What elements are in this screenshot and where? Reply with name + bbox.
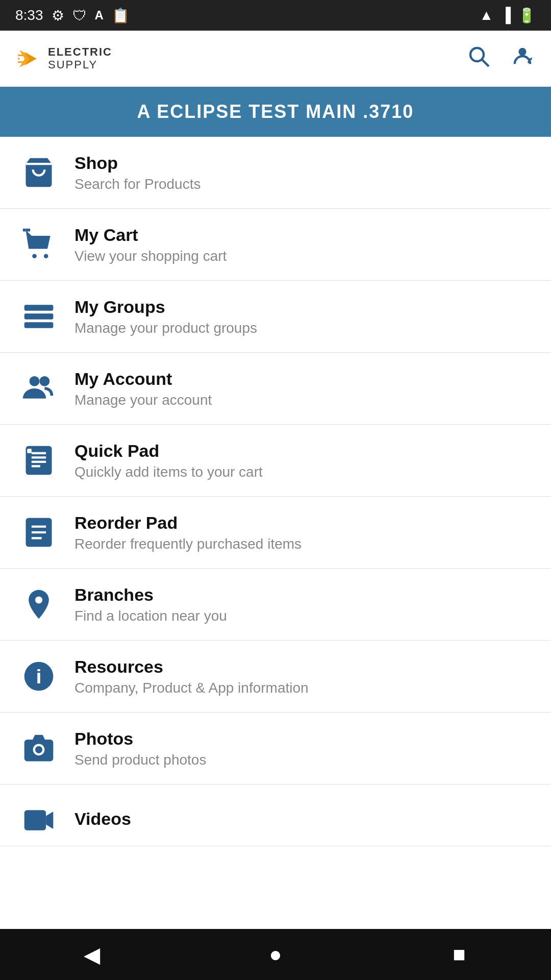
menu-text-quick-pad: Quick Pad Quickly add items to your cart: [74, 441, 263, 480]
menu-subtitle-my-groups: Manage your product groups: [74, 320, 257, 336]
banner-text: A ECLIPSE TEST MAIN .3710: [137, 101, 414, 122]
menu-item-my-cart[interactable]: My Cart View your shopping cart: [0, 209, 551, 281]
menu-text-shop: Shop Search for Products: [74, 153, 201, 192]
nav-home-button[interactable]: ●: [255, 934, 296, 975]
quick-pad-icon: [18, 440, 59, 481]
menu-title-photos: Photos: [74, 729, 206, 749]
app-header: ELECTRIC SUPPLY: [0, 31, 551, 87]
header-icons: [466, 43, 536, 75]
location-pin-icon: [18, 584, 59, 625]
menu-item-reorder-pad[interactable]: Reorder Pad Reorder frequently purchased…: [0, 497, 551, 569]
menu-text-my-account: My Account Manage your account: [74, 369, 212, 408]
menu-item-branches[interactable]: Branches Find a location near you: [0, 569, 551, 641]
menu-item-my-account[interactable]: My Account Manage your account: [0, 353, 551, 425]
logo-supply: SUPPLY: [48, 59, 112, 71]
menu-title-resources: Resources: [74, 657, 309, 677]
svg-text:i: i: [36, 665, 41, 688]
menu-text-branches: Branches Find a location near you: [74, 585, 227, 624]
time-display: 8:33: [15, 7, 43, 23]
menu-text-my-cart: My Cart View your shopping cart: [74, 225, 227, 264]
menu-subtitle-quick-pad: Quickly add items to your cart: [74, 464, 263, 480]
nav-recent-button[interactable]: ■: [439, 934, 480, 975]
info-icon: i: [18, 656, 59, 697]
menu-title-shop: Shop: [74, 153, 201, 173]
bottom-navigation: ◀ ● ■: [0, 929, 551, 980]
clipboard-icon: 📋: [112, 7, 130, 24]
battery-icon: 🔋: [518, 7, 536, 24]
svg-rect-32: [24, 810, 46, 830]
company-banner: A ECLIPSE TEST MAIN .3710: [0, 87, 551, 137]
svg-point-14: [30, 376, 40, 386]
svg-point-10: [44, 254, 48, 258]
menu-title-my-account: My Account: [74, 369, 212, 389]
reorder-pad-icon: [18, 512, 59, 553]
settings-status-icon: ⚙: [52, 7, 64, 24]
shield-icon: 🛡: [72, 7, 87, 24]
svg-rect-12: [24, 313, 54, 319]
status-right: ▲ ▐ 🔋: [479, 7, 536, 24]
svg-line-6: [482, 60, 489, 66]
menu-title-branches: Branches: [74, 585, 227, 605]
menu-text-resources: Resources Company, Product & App informa…: [74, 657, 309, 696]
svg-rect-21: [27, 449, 32, 453]
menu-item-shop[interactable]: Shop Search for Products: [0, 137, 551, 209]
font-icon: A: [95, 8, 104, 22]
menu-item-photos[interactable]: Photos Send product photos: [0, 713, 551, 785]
cart-icon: [18, 224, 59, 265]
svg-point-9: [32, 254, 37, 258]
camera-icon: [18, 728, 59, 769]
menu-item-my-groups[interactable]: My Groups Manage your product groups: [0, 281, 551, 353]
svg-point-15: [39, 376, 49, 386]
menu-subtitle-resources: Company, Product & App information: [74, 680, 309, 696]
menu-text-photos: Photos Send product photos: [74, 729, 206, 768]
logo-electric: ELECTRIC: [48, 46, 112, 58]
status-left: 8:33 ⚙ 🛡 A 📋: [15, 7, 130, 24]
menu-subtitle-branches: Find a location near you: [74, 608, 227, 624]
logo-text: ELECTRIC SUPPLY: [48, 46, 112, 70]
status-bar: 8:33 ⚙ 🛡 A 📋 ▲ ▐ 🔋: [0, 0, 551, 31]
menu-title-reorder-pad: Reorder Pad: [74, 513, 302, 533]
menu-item-resources[interactable]: i Resources Company, Product & App infor…: [0, 641, 551, 713]
menu-title-videos: Videos: [74, 809, 131, 829]
svg-marker-33: [46, 812, 53, 829]
menu-text-my-groups: My Groups Manage your product groups: [74, 297, 257, 336]
menu-title-my-cart: My Cart: [74, 225, 227, 245]
account-sync-icon[interactable]: [509, 43, 536, 75]
menu-text-videos: Videos: [74, 809, 131, 832]
menu-title-my-groups: My Groups: [74, 297, 257, 317]
svg-rect-13: [24, 322, 54, 328]
logo-container: ELECTRIC SUPPLY: [15, 46, 112, 71]
video-icon: [18, 800, 59, 841]
menu-subtitle-photos: Send product photos: [74, 752, 206, 768]
menu-subtitle-my-account: Manage your account: [74, 392, 212, 408]
main-menu-list: Shop Search for Products My Cart View yo…: [0, 137, 551, 846]
wifi-icon: ▲: [479, 7, 493, 23]
svg-point-5: [470, 48, 484, 61]
menu-text-reorder-pad: Reorder Pad Reorder frequently purchased…: [74, 513, 302, 552]
shop-bag-icon: [18, 152, 59, 193]
search-icon[interactable]: [466, 44, 491, 74]
menu-title-quick-pad: Quick Pad: [74, 441, 263, 461]
svg-rect-11: [24, 305, 54, 310]
menu-item-quick-pad[interactable]: Quick Pad Quickly add items to your cart: [0, 425, 551, 497]
logo-arrow-icon: [15, 46, 41, 71]
menu-subtitle-reorder-pad: Reorder frequently purchased items: [74, 536, 302, 552]
groups-icon: [18, 296, 59, 337]
svg-point-7: [518, 47, 526, 55]
menu-item-videos[interactable]: Videos: [0, 785, 551, 846]
account-icon: [18, 368, 59, 409]
menu-subtitle-my-cart: View your shopping cart: [74, 248, 227, 264]
signal-icon: ▐: [500, 7, 511, 23]
menu-subtitle-shop: Search for Products: [74, 176, 201, 192]
nav-back-button[interactable]: ◀: [71, 934, 112, 975]
svg-point-26: [35, 596, 42, 603]
svg-point-31: [35, 746, 42, 753]
